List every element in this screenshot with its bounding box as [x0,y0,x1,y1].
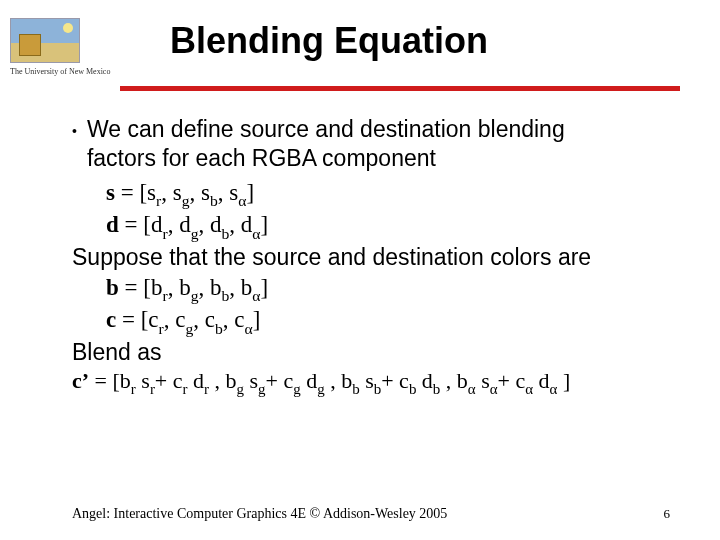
content: • We can define source and destination b… [0,91,720,399]
bullet-1-text: We can define source and destination ble… [87,115,565,174]
bullet-1-line-1: We can define source and destination ble… [87,116,565,142]
bullet-dot-icon: • [72,115,87,141]
footer-credit: Angel: Interactive Computer Graphics 4E … [72,506,447,522]
equation-d: d = [dr, dg, db, dα] [72,210,670,243]
bullet-1: • We can define source and destination b… [72,115,670,174]
university-name: The University of New Mexico [10,67,120,76]
equation-s: s = [sr, sg, sb, sα] [72,178,670,211]
header: The University of New Mexico Blending Eq… [0,0,720,76]
page-number: 6 [664,506,671,522]
equation-b: b = [br, bg, bb, bα] [72,273,670,306]
logo-block: The University of New Mexico [0,18,120,76]
slide-title: Blending Equation [120,18,488,62]
blend-as-text: Blend as [72,338,670,367]
footer: Angel: Interactive Computer Graphics 4E … [0,506,720,522]
equation-c: c = [cr, cg, cb, cα] [72,305,670,338]
equation-cprime: c’ = [br sr+ cr dr , bg sg+ cg dg , bb s… [72,367,670,399]
university-logo-icon [10,18,80,63]
bullet-1-line-2: factors for each RGBA component [87,145,436,171]
suppose-text: Suppose that the source and destination … [72,243,670,272]
